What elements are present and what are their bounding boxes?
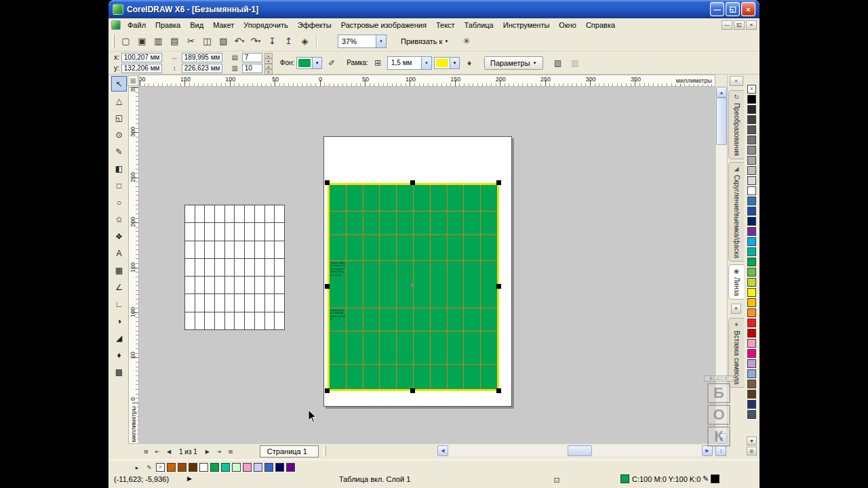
open-button[interactable]: ▣	[134, 33, 150, 49]
table-cell[interactable]	[215, 294, 224, 311]
table-cell[interactable]	[215, 241, 224, 258]
table-cell[interactable]	[448, 261, 464, 308]
table-cell[interactable]	[414, 308, 430, 331]
smart-fill-tool[interactable]: ◧	[111, 161, 127, 176]
color-swatch[interactable]	[747, 268, 756, 277]
background-eyedropper-button[interactable]: ✐	[324, 56, 339, 70]
menu-item[interactable]: Эффекты	[293, 20, 336, 30]
color-swatch[interactable]	[747, 237, 756, 246]
table-cell[interactable]	[464, 185, 480, 211]
selection-handle[interactable]	[410, 180, 415, 185]
table-cell[interactable]	[464, 211, 480, 235]
copy-button[interactable]: ◫	[199, 33, 215, 49]
table-cell[interactable]	[225, 277, 235, 293]
table-cell[interactable]	[380, 261, 396, 308]
color-swatch[interactable]	[747, 359, 756, 368]
table-cell[interactable]	[431, 185, 447, 211]
table-cell[interactable]	[397, 331, 413, 364]
color-swatch[interactable]	[167, 463, 176, 472]
table-cell[interactable]	[265, 312, 275, 329]
color-swatch[interactable]	[747, 166, 756, 175]
table-rows-field[interactable]	[242, 53, 262, 62]
table-cell[interactable]	[448, 365, 464, 389]
table-cell[interactable]	[347, 365, 363, 389]
freehand-tool[interactable]: ✎	[111, 144, 127, 159]
scroll-corner-button[interactable]: ↕	[715, 445, 726, 456]
table-cell[interactable]	[464, 308, 480, 331]
menu-item[interactable]: Упорядочить	[239, 20, 292, 30]
table-cell[interactable]	[185, 223, 195, 240]
chevron-down-icon[interactable]: ▼	[241, 39, 245, 43]
table-cell[interactable]	[431, 365, 447, 389]
color-swatch[interactable]	[747, 227, 756, 236]
small-table-object[interactable]	[184, 205, 285, 330]
table-cell[interactable]	[431, 261, 447, 308]
table-cell[interactable]	[205, 259, 214, 276]
pick-tool[interactable]: ↖	[111, 76, 127, 92]
color-swatch[interactable]	[747, 105, 756, 114]
table-cell[interactable]	[347, 331, 363, 364]
table-cell[interactable]	[235, 223, 244, 240]
table-cell[interactable]	[215, 312, 224, 329]
scroll-left-icon[interactable]: ◀	[437, 445, 448, 456]
table-cell[interactable]	[245, 223, 254, 240]
table-cell[interactable]	[265, 241, 275, 258]
dimension-tool[interactable]: ∠	[111, 279, 127, 295]
color-swatch[interactable]	[747, 400, 756, 409]
color-swatch[interactable]	[747, 380, 756, 388]
vertical-ruler[interactable]: миллиметры 350300250200150100500	[128, 87, 139, 444]
table-cell[interactable]	[481, 365, 497, 389]
table-cell[interactable]	[195, 312, 205, 329]
table-cell[interactable]	[225, 223, 235, 240]
mdi-minimize-button[interactable]: —	[722, 20, 732, 30]
table-cell[interactable]	[195, 241, 205, 258]
color-swatch[interactable]	[254, 463, 262, 472]
spin-up-icon[interactable]: ▴	[264, 53, 273, 58]
color-swatch[interactable]	[747, 258, 756, 266]
table-columns-field[interactable]	[242, 64, 262, 73]
color-swatch[interactable]	[747, 176, 756, 185]
table-cell[interactable]	[414, 235, 430, 260]
object-width-field[interactable]	[182, 53, 222, 62]
color-swatch[interactable]	[747, 207, 756, 216]
table-cell[interactable]	[275, 277, 284, 293]
selection-handle[interactable]	[325, 180, 330, 185]
color-swatch[interactable]	[221, 463, 230, 472]
zoom-level-combo[interactable]: 37% ▼	[338, 35, 387, 48]
border-selection-button[interactable]: ⊞	[370, 56, 385, 70]
frame-color-picker[interactable]: ▼	[434, 57, 460, 69]
first-page-button[interactable]: ⇤	[152, 447, 163, 457]
docker-tab-fillet-scallop-chamfer[interactable]: ◢Скругление/выемка/фаска	[728, 162, 744, 262]
text-tool[interactable]: А	[111, 245, 127, 261]
color-swatch[interactable]	[747, 410, 756, 419]
cut-button[interactable]: ✂	[183, 33, 199, 49]
menu-item[interactable]: Инструменты	[498, 20, 555, 30]
menu-item[interactable]: Растровые изображения	[336, 20, 431, 30]
menu-item[interactable]: Таблица	[460, 20, 498, 30]
table-cell[interactable]	[185, 277, 195, 293]
table-cell[interactable]	[245, 241, 254, 258]
table-cell[interactable]	[330, 331, 346, 364]
table-cell[interactable]	[275, 241, 284, 258]
color-swatch[interactable]	[747, 247, 756, 256]
table-cell[interactable]	[481, 331, 497, 364]
no-color-swatch[interactable]: ×	[156, 463, 165, 472]
table-cell[interactable]	[330, 365, 346, 389]
table-cell[interactable]	[225, 312, 235, 329]
ruler-origin-button[interactable]: ⊞	[127, 75, 138, 86]
color-swatch[interactable]	[747, 136, 756, 144]
color-swatch[interactable]	[747, 95, 756, 104]
color-swatch[interactable]	[275, 463, 284, 472]
table-cell[interactable]	[245, 277, 254, 293]
table-cell[interactable]	[481, 235, 497, 260]
color-swatch[interactable]	[747, 298, 756, 307]
scroll-right-icon[interactable]: ▶	[702, 445, 713, 456]
table-cell[interactable]	[464, 331, 480, 364]
snap-to-dropdown[interactable]: Привязать к ▼	[397, 35, 452, 47]
table-cell[interactable]	[215, 259, 224, 276]
selection-handle[interactable]	[325, 388, 330, 393]
table-cell[interactable]	[235, 205, 244, 222]
table-cell[interactable]	[195, 294, 205, 311]
table-cell[interactable]	[414, 211, 430, 235]
table-cell[interactable]	[275, 223, 284, 240]
